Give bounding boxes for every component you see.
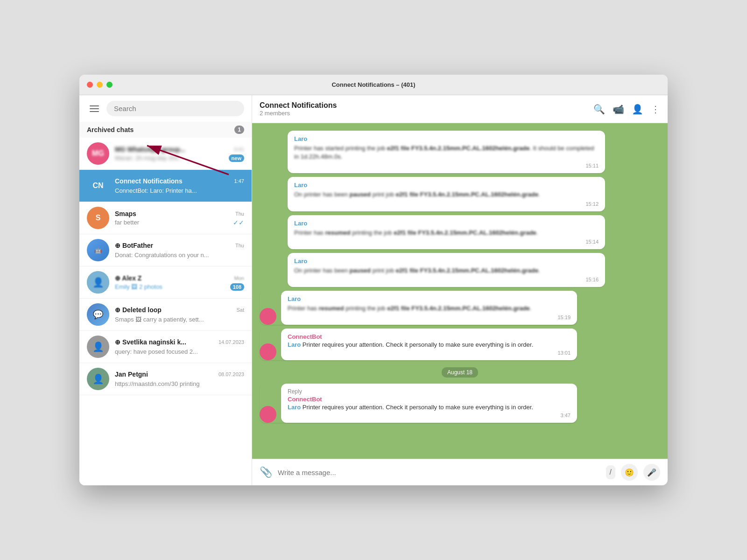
chat-preview: Donat: Congratulations on your n... xyxy=(115,252,209,259)
profile-icon[interactable]: 👤 xyxy=(632,104,643,115)
menu-icon-line2 xyxy=(90,108,99,109)
main-content: Archived chats 1 MG MG WhatsApp group...… xyxy=(79,95,668,485)
msg-content: Laro Printer has resumed printing the jo… xyxy=(281,291,577,325)
chat-item[interactable]: 👤 Jan Petgni 08.07.2023 https://maastdn.… xyxy=(79,363,252,395)
message-bubble-after-divider: Reply ConnectBot Laro Printer requires y… xyxy=(260,384,577,423)
chat-name: ⊕ Svetlika naginski k... xyxy=(115,338,186,346)
close-button[interactable] xyxy=(87,82,93,88)
msg-text: Laro Printer requires your attention. Ch… xyxy=(288,341,571,348)
msg-sender: Laro xyxy=(294,182,599,189)
message-bubble: Laro On printer has been paused print jo… xyxy=(288,253,605,287)
chat-info: ⊕ Alex Z Mon Emily 🖼 2 photos 108 xyxy=(115,274,244,291)
chat-time: Sat xyxy=(236,307,244,313)
msg-text: Printer has resumed printing the job e2f… xyxy=(288,304,571,313)
msg-text: On printer has been paused print job e2f… xyxy=(294,190,599,199)
archived-badge: 1 xyxy=(234,126,244,134)
search-input[interactable] xyxy=(106,101,244,116)
chat-time: Thu xyxy=(235,211,244,217)
message-input[interactable] xyxy=(278,469,600,476)
minimize-button[interactable] xyxy=(97,82,103,88)
msg-time: 15:16 xyxy=(294,277,599,282)
msg-text: On printer has been paused print job e2f… xyxy=(294,266,599,275)
msg-time: 15:12 xyxy=(294,201,599,207)
chat-item[interactable]: 🤖 ⊕ BotFather Thu Donat: Congratulations… xyxy=(79,234,252,266)
menu-icon-line3 xyxy=(90,111,99,112)
chat-time: Mon xyxy=(234,275,244,281)
chat-name: ⊕ BotFather xyxy=(115,242,153,249)
avatar-az: 👤 xyxy=(87,271,109,294)
message-bubble-connectbot: ConnectBot Laro Printer requires your at… xyxy=(260,329,577,360)
chat-time: 1:47 xyxy=(234,178,244,184)
chat-header-actions: 🔍 📹 👤 ⋮ xyxy=(593,104,660,115)
chat-info: Connect Notifications 1:47 ConnectBot: L… xyxy=(115,177,244,195)
attach-button[interactable]: 📎 xyxy=(260,466,272,478)
message-bubble-with-avatar: Laro Printer has resumed printing the jo… xyxy=(260,291,577,325)
chat-item[interactable]: 💬 ⊕ Deleted loop Sat Smaps 🖼 carry a pat… xyxy=(79,299,252,331)
msg-time: 3:47 xyxy=(288,413,571,418)
msg-sender: Laro xyxy=(294,258,599,265)
msg-content: Reply ConnectBot Laro Printer requires y… xyxy=(281,384,577,423)
emoji-button[interactable]: 🙂 xyxy=(621,464,638,481)
message-avatar xyxy=(260,343,276,360)
menu-icon-line1 xyxy=(90,105,99,106)
chat-list: MG MG WhatsApp group... 9:41 Maran: 2h·m… xyxy=(79,138,252,485)
chat-preview: https://maastdn.com/30 printing xyxy=(115,380,199,387)
chat-time: 08.07.2023 xyxy=(218,371,244,377)
chat-item-active[interactable]: CN Connect Notifications 1:47 ConnectBot… xyxy=(79,170,252,202)
message-bubble: Laro Printer has started printing the jo… xyxy=(288,131,605,173)
msg-text: Printer has started printing the job e2f… xyxy=(294,144,599,161)
chat-name: Connect Notifications xyxy=(115,177,183,185)
msg-reply-indicator: Reply xyxy=(288,388,571,395)
chat-preview: query: have posed focused 2... xyxy=(115,348,198,355)
chat-name: Smaps xyxy=(115,210,136,217)
checkmark-icon: ✓✓ xyxy=(233,219,244,226)
msg-time: 13:01 xyxy=(288,350,571,356)
maximize-button[interactable] xyxy=(106,82,113,88)
avatar-sk: 👤 xyxy=(87,336,109,358)
chat-item[interactable]: 👤 ⊕ Svetlika naginski k... 14.07.2023 qu… xyxy=(79,331,252,363)
chat-header-name: Connect Notifications xyxy=(260,101,337,110)
sidebar-header xyxy=(79,95,252,122)
chat-item[interactable]: 👤 ⊕ Alex Z Mon Emily 🖼 2 photos 108 xyxy=(79,266,252,299)
chat-time: Thu xyxy=(235,243,244,248)
msg-channel-name: ConnectBot xyxy=(288,396,571,403)
msg-time: 15:14 xyxy=(294,239,599,245)
avatar-cn: CN xyxy=(87,175,109,197)
avatar-bf: 🤖 xyxy=(87,239,109,261)
window-title: Connect Notifications – (401) xyxy=(331,81,415,88)
msg-time: 15:19 xyxy=(288,315,571,320)
msg-content: ConnectBot Laro Printer requires your at… xyxy=(281,329,577,360)
chat-name: ⊕ Deleted loop xyxy=(115,306,162,314)
messages-area[interactable]: Laro Printer has started printing the jo… xyxy=(252,123,668,459)
chat-header: Connect Notifications 2 members 🔍 📹 👤 ⋮ xyxy=(252,95,668,123)
chat-preview: Smaps 🖼 carry a patiently, sett... xyxy=(115,316,204,323)
chat-info: Jan Petgni 08.07.2023 https://maastdn.co… xyxy=(115,371,244,388)
chat-item[interactable]: S Smaps Thu far better ✓✓ xyxy=(79,202,252,234)
message-bubble: Laro On printer has been paused print jo… xyxy=(288,177,605,211)
chat-area: Connect Notifications 2 members 🔍 📹 👤 ⋮ … xyxy=(252,95,668,485)
archived-section[interactable]: Archived chats 1 xyxy=(79,122,252,138)
titlebar: Connect Notifications – (401) xyxy=(79,75,668,95)
chat-preview: Maran: 2h·msg·day 202... xyxy=(115,154,183,161)
voice-button[interactable]: 🎤 xyxy=(643,464,660,481)
unread-badge: new xyxy=(229,154,244,162)
commands-button[interactable]: / xyxy=(606,465,615,479)
more-icon[interactable]: ⋮ xyxy=(651,104,660,115)
chat-info: MG WhatsApp group... 9:41 Maran: 2h·msg·… xyxy=(115,146,244,162)
message-avatar xyxy=(260,406,276,423)
chat-name: Jan Petgni xyxy=(115,371,148,378)
chat-time: 9:41 xyxy=(234,147,244,152)
app-window: Connect Notifications – (401) xyxy=(79,75,668,485)
archived-label: Archived chats xyxy=(87,126,134,133)
message-avatar xyxy=(260,308,276,325)
chat-preview: far better xyxy=(115,219,139,226)
chat-info: ⊕ Deleted loop Sat Smaps 🖼 carry a patie… xyxy=(115,306,244,323)
search-icon[interactable]: 🔍 xyxy=(593,104,605,115)
chat-item[interactable]: MG MG WhatsApp group... 9:41 Maran: 2h·m… xyxy=(79,138,252,170)
unread-badge: 108 xyxy=(230,283,244,291)
menu-button[interactable] xyxy=(87,103,102,115)
window-controls xyxy=(87,82,113,88)
chat-name: ⊕ Alex Z xyxy=(115,274,141,282)
video-icon[interactable]: 📹 xyxy=(613,104,624,115)
sidebar: Archived chats 1 MG MG WhatsApp group...… xyxy=(79,95,252,485)
